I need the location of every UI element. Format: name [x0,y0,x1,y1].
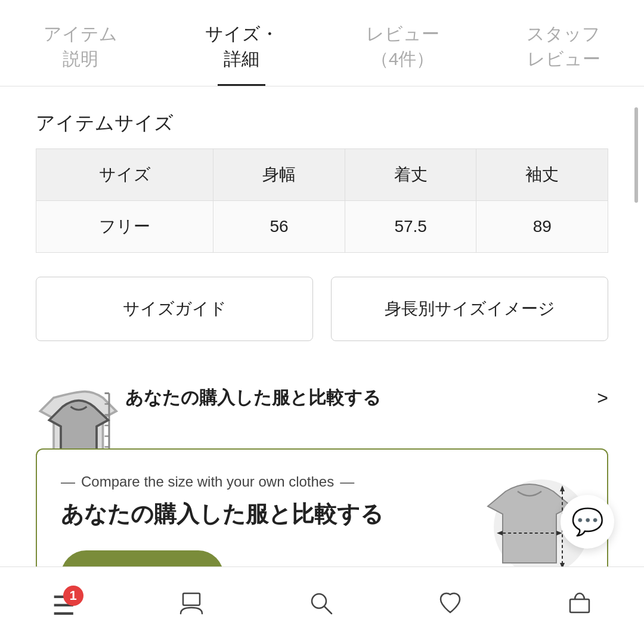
compare-section[interactable]: あなたの購入した服と比較する > [36,371,608,425]
compare-arrow: > [597,387,608,409]
table-header-size: サイズ [36,149,213,201]
svg-rect-15 [183,593,200,605]
cart-icon [566,590,593,622]
size-table: サイズ 身幅 着丈 袖丈 フリー 56 57.5 89 [36,148,608,253]
nav-cart[interactable] [566,590,593,622]
svg-rect-18 [570,599,589,612]
menu-badge: 1 [63,586,83,606]
table-cell-length: 57.5 [345,201,476,253]
table-row: フリー 56 57.5 89 [36,201,608,253]
nav-heart[interactable] [437,590,463,622]
table-cell-size: フリー [36,201,213,253]
person-icon [178,590,205,622]
chat-bubble-button[interactable]: 💬 [561,495,614,549]
size-guide-button[interactable]: サイズガイド [36,277,313,341]
table-header-sleeve: 袖丈 [476,149,608,201]
button-row: サイズガイド 身長別サイズイメージ [36,277,608,341]
table-header-length: 着丈 [345,149,476,201]
table-cell-width: 56 [213,201,345,253]
svg-line-17 [324,606,332,614]
tab-staff[interactable]: スタッフ レビュー [483,12,644,86]
table-cell-sleeve: 89 [476,201,608,253]
height-size-button[interactable]: 身長別サイズイメージ [331,277,608,341]
tab-description[interactable]: アイテム 説明 [0,12,161,86]
compare-icon [36,371,107,425]
compare-text: あなたの購入した服と比較する [125,386,591,410]
main-content: アイテムサイズ サイズ 身幅 着丈 袖丈 フリー 56 57.5 89 サイズガ… [0,86,644,644]
section-title: アイテムサイズ [36,110,608,137]
heart-icon [437,590,463,622]
nav-menu[interactable]: ☰ 1 [52,590,75,621]
tab-bar: アイテム 説明 サイズ・ 詳細 レビュー （4件） スタッフ レビュー [0,0,644,86]
bottom-nav: ☰ 1 [0,566,644,644]
nav-search[interactable] [308,590,334,622]
tab-review[interactable]: レビュー （4件） [322,12,483,86]
chat-icon: 💬 [571,506,604,537]
table-header-width: 身幅 [213,149,345,201]
search-icon [308,590,334,622]
tab-size[interactable]: サイズ・ 詳細 [161,12,322,86]
nav-person[interactable] [178,590,205,622]
